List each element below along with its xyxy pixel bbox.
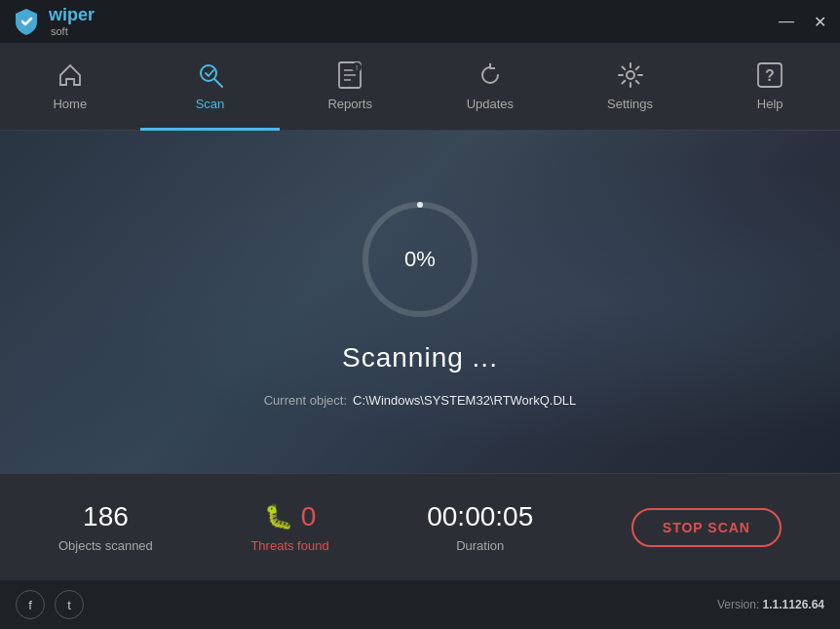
nav-item-updates[interactable]: Updates — [420, 43, 560, 131]
close-button[interactable]: ✕ — [811, 13, 828, 30]
bottom-stats-bar: 186 Objects scanned 🐛 0 Threats found 00… — [0, 473, 840, 580]
version-text: Version: 1.1.1126.64 — [717, 598, 824, 611]
nav-item-settings[interactable]: Settings — [560, 43, 701, 131]
current-object-label: Current object: — [264, 393, 347, 408]
nav-label-home: Home — [53, 97, 87, 111]
nav-label-updates: Updates — [467, 97, 514, 111]
current-object-path: C:\Windows\SYSTEM32\RTWorkQ.DLL — [353, 393, 576, 408]
help-icon: ? — [754, 59, 785, 91]
progress-circle: 0% — [357, 196, 483, 323]
scan-content: 0% Scanning ... Current object: C:\Windo… — [264, 196, 577, 408]
progress-percent: 0% — [404, 247, 436, 272]
duration-value: 00:00:05 — [427, 501, 533, 532]
logo-shield-icon — [12, 7, 41, 36]
facebook-button[interactable]: f — [16, 590, 45, 619]
threats-count-display: 🐛 0 — [264, 501, 317, 532]
twitter-button[interactable]: t — [55, 590, 84, 619]
threats-found-block: 🐛 0 Threats found — [250, 501, 328, 553]
nav-label-help: Help — [757, 97, 783, 111]
logo-soft: soft — [51, 25, 95, 37]
objects-scanned-block: 186 Objects scanned — [58, 501, 153, 553]
nav-label-settings: Settings — [607, 97, 653, 111]
nav-label-scan: Scan — [196, 97, 225, 111]
scan-icon — [195, 59, 226, 91]
updates-icon — [475, 59, 506, 91]
nav-item-reports[interactable]: ! Reports — [280, 43, 420, 131]
nav-bar: Home Scan ! Reports — [0, 43, 840, 131]
nav-item-help[interactable]: ? Help — [700, 43, 840, 131]
svg-line-1 — [214, 79, 222, 87]
minimize-button[interactable]: — — [778, 13, 795, 30]
svg-point-8 — [627, 71, 634, 79]
nav-item-scan[interactable]: Scan — [140, 43, 281, 131]
objects-scanned-label: Objects scanned — [58, 538, 153, 553]
objects-scanned-count: 186 — [83, 501, 129, 532]
threats-label: Threats found — [250, 538, 328, 553]
bug-icon: 🐛 — [264, 503, 293, 531]
logo-text: wiper soft — [49, 6, 95, 37]
svg-text:!: ! — [356, 63, 358, 72]
footer-bar: f t Version: 1.1.1126.64 — [0, 580, 840, 629]
reports-icon: ! — [334, 59, 365, 91]
home-icon — [55, 59, 86, 91]
title-bar-controls: — ✕ — [778, 13, 828, 30]
stop-scan-button[interactable]: STOP SCAN — [631, 508, 782, 547]
version-number: 1.1.1126.64 — [763, 598, 824, 611]
title-bar: wiper soft — ✕ — [0, 0, 840, 43]
social-icons: f t — [16, 590, 84, 619]
scanning-label: Scanning ... — [342, 342, 498, 373]
nav-item-home[interactable]: Home — [0, 43, 140, 131]
current-object-line: Current object: C:\Windows\SYSTEM32\RTWo… — [264, 393, 577, 408]
logo-area: wiper soft — [12, 6, 95, 37]
logo-wiper: wiper — [49, 6, 95, 25]
duration-block: 00:00:05 Duration — [427, 501, 533, 553]
threats-count: 0 — [301, 501, 317, 532]
svg-text:?: ? — [765, 67, 775, 84]
settings-icon — [615, 59, 646, 91]
duration-label: Duration — [456, 538, 504, 553]
nav-label-reports: Reports — [327, 97, 372, 111]
main-scan-area: 0% Scanning ... Current object: C:\Windo… — [0, 131, 840, 473]
version-label: Version: — [717, 598, 759, 611]
